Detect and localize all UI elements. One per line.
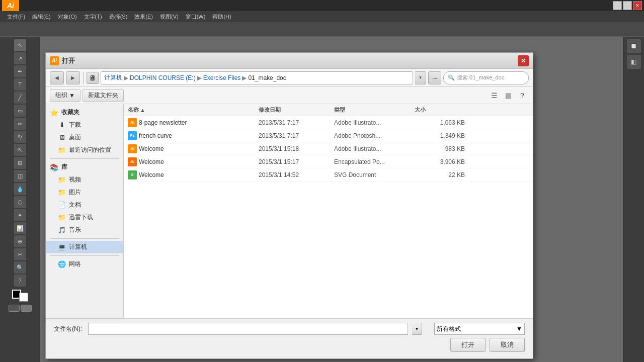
tool-symbol[interactable]: ✦ — [14, 209, 26, 221]
tool-select[interactable]: ↖ — [14, 39, 26, 51]
dialog-close-button[interactable]: ✕ — [518, 55, 529, 66]
file-icon-file3: Ai — [128, 144, 137, 153]
menu-effect[interactable]: 效果(E) — [131, 12, 156, 22]
dialog-body: ⭐ 收藏夹 ⬇ 下载 🖥 桌面 📁 最近访问的位置 — [46, 104, 533, 318]
sidebar-item-desktop[interactable]: 🖥 桌面 — [46, 131, 123, 144]
filename-input[interactable] — [88, 323, 408, 335]
list-view-button[interactable]: ☰ — [488, 89, 501, 102]
tool-warp[interactable]: ⊞ — [14, 157, 26, 169]
grid-view-button[interactable]: ▦ — [502, 89, 515, 102]
screen-mode-full[interactable] — [21, 305, 32, 312]
breadcrumb-dropdown-arrow[interactable]: ▼ — [415, 71, 426, 84]
tool-line[interactable]: ╱ — [14, 92, 26, 104]
breadcrumb-dolphin[interactable]: DOLPHIN COURSE (E:) — [130, 74, 196, 81]
file-row-file3[interactable]: Ai Welcome 2015/3/1 15:18 Adobe Illustra… — [124, 142, 533, 155]
file-name-file3: Welcome — [139, 145, 259, 152]
tool-artboard[interactable]: ⊕ — [14, 235, 26, 247]
sidebar-item-network[interactable]: 🌐 网络 — [46, 258, 123, 270]
sort-arrow-icon: ▲ — [140, 107, 145, 113]
sidebar-item-images[interactable]: 📁 图片 — [46, 186, 123, 199]
breadcrumb-area[interactable]: 计算机 ▶ DOLPHIN COURSE (E:) ▶ Exercise Fil… — [101, 71, 413, 84]
sidebar-item-music[interactable]: 🎵 音乐 — [46, 224, 123, 236]
file-row-file5[interactable]: S Welcome 2015/3/1 14:52 SVG Document 22… — [124, 168, 533, 182]
search-box[interactable]: 🔍 搜索 01_make_doc — [443, 71, 529, 84]
tool-zoom[interactable]: 🔍 — [14, 261, 26, 274]
right-panel-icon-1[interactable]: 🔲 — [627, 39, 641, 53]
sidebar-item-recent[interactable]: 📁 最近访问的位置 — [46, 144, 123, 156]
sidebar-item-documents[interactable]: 📄 文档 — [46, 199, 123, 211]
menu-text[interactable]: 文字(T) — [81, 12, 105, 22]
sidebar-item-music-label: 音乐 — [69, 226, 81, 234]
view-icons: ☰ ▦ ? — [488, 89, 529, 102]
filename-dropdown-arrow[interactable]: ▼ — [412, 323, 422, 335]
help-button[interactable]: ? — [516, 89, 529, 102]
right-panel-icon-2[interactable]: ◧ — [627, 55, 641, 69]
tool-direct[interactable]: ↗ — [14, 52, 26, 64]
file-name-file5: Welcome — [139, 171, 259, 178]
breadcrumb-root[interactable]: 计算机 — [104, 73, 122, 82]
file-type-file1: Adobe Illustrato... — [334, 119, 415, 126]
computer-icon[interactable]: 🖥 — [87, 72, 99, 84]
sidebar-divider-1 — [50, 158, 119, 159]
tool-gradient[interactable]: ◫ — [14, 170, 26, 182]
tool-question[interactable]: ? — [14, 275, 26, 287]
menu-file[interactable]: 文件(F) — [4, 12, 28, 22]
file-row-file1[interactable]: Ai 8-page newsletter 2013/5/31 7:17 Adob… — [124, 116, 533, 129]
forward-button[interactable]: ▶ — [66, 71, 80, 84]
cancel-button[interactable]: 取消 — [490, 338, 525, 352]
tool-slice[interactable]: ✂ — [14, 248, 26, 260]
file-icon-file4: Ai — [128, 157, 137, 166]
format-select[interactable]: 所有格式 ▼ — [434, 323, 525, 335]
file-row-file4[interactable]: Ai Welcome 2015/3/1 15:17 Encapsulated P… — [124, 155, 533, 168]
sidebar-item-computer[interactable]: 💻 计算机 — [46, 241, 123, 253]
sidebar-item-downloads[interactable]: ⬇ 下载 — [46, 119, 123, 131]
window-controls: － □ ✕ — [613, 1, 642, 10]
file-date-file3: 2015/3/1 15:18 — [259, 145, 334, 152]
col-header-type[interactable]: 类型 — [334, 106, 415, 114]
nav-go-button[interactable]: → — [428, 71, 441, 84]
minimize-button[interactable]: － — [613, 1, 622, 10]
action-row: 打开 取消 — [54, 338, 525, 352]
file-icon-file2: Ps — [128, 131, 137, 140]
favorites-header: ⭐ 收藏夹 — [46, 106, 123, 119]
screen-mode-normal[interactable] — [9, 305, 20, 312]
sidebar-item-xunlei[interactable]: 📁 迅雷下载 — [46, 211, 123, 224]
tool-brush[interactable]: ✏ — [14, 118, 26, 130]
computer-sidebar-icon: 💻 — [58, 243, 66, 251]
tool-blend[interactable]: ⬡ — [14, 196, 26, 208]
breadcrumb-current: 01_make_doc — [248, 74, 286, 81]
file-name-file2: french curve — [139, 132, 259, 139]
file-row-file2[interactable]: Ps french curve 2013/5/31 7:17 Adobe Pho… — [124, 129, 533, 142]
dialog-bottom: 文件名(N): ▼ 所有格式 ▼ 打开 取消 — [46, 318, 533, 358]
close-main-button[interactable]: ✕ — [633, 1, 642, 10]
menu-select[interactable]: 选择(S) — [106, 12, 131, 22]
color-stroke[interactable] — [19, 293, 28, 302]
back-button[interactable]: ◀ — [50, 71, 64, 84]
file-type-file3: Adobe Illustrato... — [334, 145, 415, 152]
menu-help[interactable]: 帮助(H) — [209, 12, 234, 22]
col-header-size[interactable]: 大小 — [415, 106, 465, 114]
col-header-date[interactable]: 修改日期 — [259, 106, 334, 114]
organize-button[interactable]: 组织 ▼ — [50, 89, 80, 102]
sidebar-item-xunlei-label: 迅雷下载 — [69, 213, 93, 222]
menu-edit[interactable]: 编辑(E) — [29, 12, 54, 22]
xunlei-icon: 📁 — [58, 214, 66, 221]
menu-object[interactable]: 对象(O) — [55, 12, 80, 22]
tool-pen[interactable]: ✒ — [14, 65, 26, 77]
maximize-button[interactable]: □ — [623, 1, 632, 10]
sidebar-item-videos[interactable]: 📁 视频 — [46, 173, 123, 186]
menu-bar: 文件(F) 编辑(E) 对象(O) 文字(T) 选择(S) 效果(E) 视图(V… — [0, 11, 644, 22]
tool-rect[interactable]: ▭ — [14, 105, 26, 117]
format-label: 所有格式 — [437, 325, 461, 333]
col-header-name[interactable]: 名称 ▲ — [128, 106, 259, 114]
menu-view[interactable]: 视图(V) — [157, 12, 182, 22]
tool-type[interactable]: T — [14, 78, 26, 90]
new-folder-button[interactable]: 新建文件夹 — [83, 89, 124, 102]
tool-eyedropper[interactable]: 💧 — [14, 183, 26, 195]
tool-bar-chart[interactable]: 📊 — [14, 222, 26, 234]
breadcrumb-exercise[interactable]: Exercise Files — [203, 74, 241, 81]
tool-rotate[interactable]: ↻ — [14, 131, 26, 143]
tool-scale[interactable]: ⇱ — [14, 144, 26, 156]
open-button[interactable]: 打开 — [450, 338, 486, 352]
menu-window[interactable]: 窗口(W) — [183, 12, 209, 22]
